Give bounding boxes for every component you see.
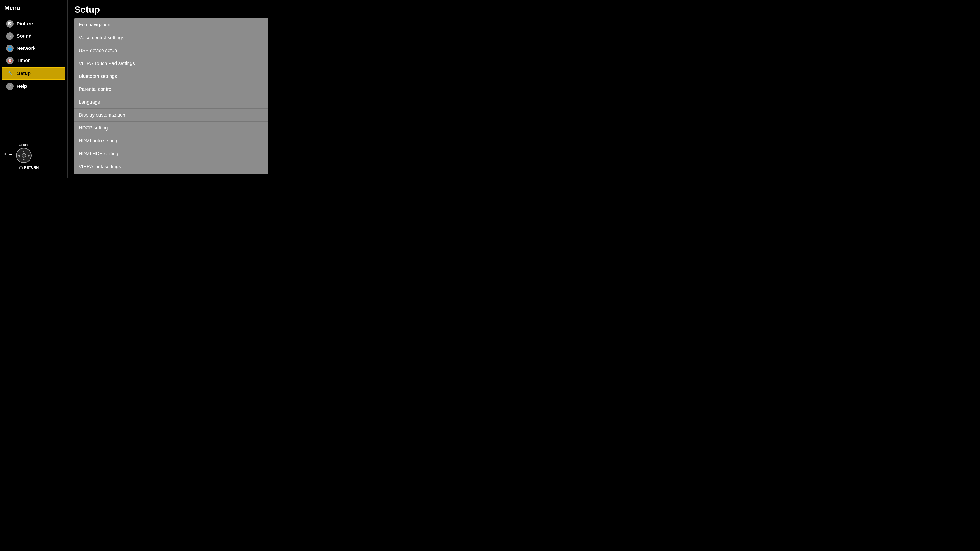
sidebar-item-setup[interactable]: 🔧Setup <box>2 67 65 80</box>
sidebar-item-network[interactable]: 🌐Network <box>2 43 65 54</box>
nav-arrow-up: ▲ <box>22 149 25 153</box>
nav-circle: ▲ ▼ ◀ ▶ <box>16 148 32 163</box>
enter-label: Enter <box>5 152 12 156</box>
main-content: Setup Eco navigationVoice control settin… <box>68 0 275 178</box>
sidebar-label-sound: Sound <box>17 33 32 39</box>
sidebar-item-sound[interactable]: ♪Sound <box>2 30 65 42</box>
menu-item-10[interactable]: HDMI HDR setting <box>74 148 268 160</box>
sidebar-item-help[interactable]: ?Help <box>2 81 65 92</box>
nav-arrow-down: ▼ <box>22 158 25 162</box>
return-circle-icon <box>19 166 23 170</box>
menu-item-3[interactable]: VIERA Touch Pad settings <box>74 57 268 70</box>
menu-title: Menu <box>0 5 67 15</box>
setup-menu-list: Eco navigationVoice control settingsUSB … <box>74 18 268 174</box>
sidebar-item-picture[interactable]: 🖼Picture <box>2 18 65 30</box>
sidebar-label-timer: Timer <box>17 58 30 64</box>
timer-icon: ⏰ <box>6 57 14 64</box>
select-label: Select <box>19 143 27 146</box>
setup-icon: 🔧 <box>7 70 14 77</box>
network-icon: 🌐 <box>6 44 14 52</box>
return-label: RETURN <box>24 166 39 170</box>
menu-item-2[interactable]: USB device setup <box>74 44 268 57</box>
menu-item-6[interactable]: Language <box>74 96 268 109</box>
picture-icon: 🖼 <box>6 20 14 27</box>
sidebar-label-help: Help <box>17 84 27 89</box>
sound-icon: ♪ <box>6 32 14 40</box>
menu-item-9[interactable]: HDMI auto setting <box>74 135 268 148</box>
sidebar-label-network: Network <box>17 46 36 51</box>
nav-hint: Select Enter ▲ ▼ ◀ ▶ RETURN <box>0 143 67 174</box>
sidebar-label-setup: Setup <box>17 71 30 76</box>
menu-item-1[interactable]: Voice control settings <box>74 31 268 44</box>
right-area <box>275 0 318 178</box>
nav-arrow-right: ▶ <box>27 154 30 157</box>
menu-item-0[interactable]: Eco navigation <box>74 18 268 31</box>
page-title: Setup <box>74 5 268 15</box>
sidebar: Menu 🖼Picture♪Sound🌐Network⏰Timer🔧Setup?… <box>0 0 68 178</box>
menu-item-5[interactable]: Parental control <box>74 83 268 96</box>
menu-item-8[interactable]: HDCP setting <box>74 122 268 135</box>
menu-item-12[interactable]: System <box>74 173 268 174</box>
menu-item-7[interactable]: Display customization <box>74 109 268 122</box>
nav-arrow-left: ◀ <box>18 154 20 157</box>
sidebar-item-timer[interactable]: ⏰Timer <box>2 55 65 67</box>
help-icon: ? <box>6 83 14 90</box>
menu-item-11[interactable]: VIERA Link settings <box>74 160 268 173</box>
return-line: RETURN <box>19 166 39 170</box>
sidebar-label-picture: Picture <box>17 21 33 27</box>
menu-item-4[interactable]: Bluetooth settings <box>74 70 268 83</box>
nav-center-dot <box>22 153 26 158</box>
